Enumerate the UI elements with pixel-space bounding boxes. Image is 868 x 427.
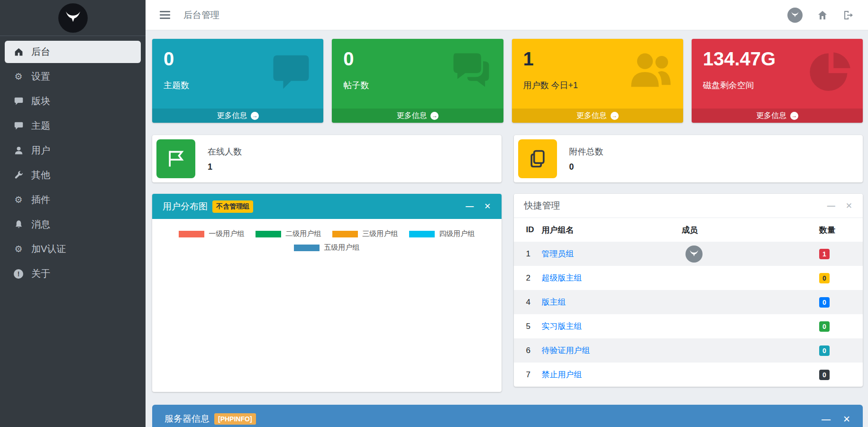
close-icon[interactable]: ✕ — [484, 202, 491, 210]
more-info-label: 更多信息 — [217, 111, 247, 121]
group-link[interactable]: 超级版主组 — [542, 273, 582, 282]
legend-item: 五级用户组 — [294, 243, 359, 252]
legend-label: 五级用户组 — [324, 243, 359, 252]
legend-swatch — [409, 231, 435, 237]
sidebar-item-users[interactable]: 用户 — [5, 139, 141, 162]
sidebar: 后台 ⚙ 设置 版块 主题 用户 其他 ⚙ 插件 消息 — [0, 0, 146, 427]
minimize-icon[interactable]: — — [466, 202, 474, 210]
group-link[interactable]: 管理员组 — [542, 249, 574, 258]
legend-item: 四级用户组 — [409, 229, 475, 238]
main-content: 0 主题数 更多信息 → 0 帖子数 更多信息 → — [146, 30, 868, 427]
legend-item: 三级用户组 — [332, 229, 398, 238]
sidebar-item-dashboard[interactable]: 后台 — [5, 41, 141, 63]
comments-icon — [448, 47, 495, 97]
legend-label: 一级用户组 — [209, 229, 244, 238]
more-info-label: 更多信息 — [396, 111, 427, 121]
info-box-attachments: 附件总数 0 — [514, 135, 863, 182]
user-avatar[interactable] — [787, 8, 803, 23]
sidebar-item-plugins[interactable]: ⚙ 插件 — [5, 189, 141, 211]
arrow-circle-right-icon: → — [611, 112, 619, 120]
count-badge: 0 — [819, 345, 830, 356]
user-icon — [11, 145, 26, 155]
group-id: 1 — [514, 242, 538, 266]
sidebar-item-verify[interactable]: ⚙ 加V认证 — [5, 238, 141, 260]
menu-toggle-icon[interactable] — [160, 9, 170, 21]
group-link[interactable]: 禁止用户组 — [542, 370, 582, 379]
more-info-link[interactable]: 更多信息 → — [152, 109, 323, 123]
bell-icon — [11, 219, 26, 229]
copy-icon — [518, 139, 557, 178]
more-info-link[interactable]: 更多信息 → — [332, 109, 503, 123]
panel-title: 快捷管理 — [524, 200, 560, 212]
group-id: 7 — [514, 363, 538, 387]
minimize-icon[interactable]: — — [822, 415, 831, 424]
info-box-label: 在线人数 — [208, 146, 242, 157]
minimize-icon[interactable]: — — [827, 202, 835, 210]
sidebar-nav: 后台 ⚙ 设置 版块 主题 用户 其他 ⚙ 插件 消息 — [0, 36, 146, 292]
more-info-label: 更多信息 — [576, 111, 607, 121]
sidebar-item-label: 插件 — [31, 193, 50, 206]
brand[interactable] — [0, 0, 146, 36]
quick-manage-header: 快捷管理 — ✕ — [514, 194, 863, 218]
group-id: 4 — [514, 290, 538, 314]
close-icon[interactable]: ✕ — [846, 202, 852, 210]
member-avatar[interactable] — [685, 245, 703, 263]
legend-label: 三级用户组 — [362, 229, 398, 238]
sidebar-item-label: 关于 — [31, 267, 50, 280]
cogs-icon: ⚙ — [11, 244, 26, 254]
col-id: ID — [514, 218, 538, 242]
count-badge: 1 — [819, 249, 830, 259]
top-navbar: 后台管理 — [146, 0, 868, 30]
table-row: 7 禁止用户组 0 — [514, 363, 863, 387]
more-info-link[interactable]: 更多信息 → — [512, 109, 683, 123]
legend-item: 一级用户组 — [179, 229, 244, 238]
sidebar-item-label: 用户 — [31, 144, 50, 157]
table-row: 4 版主组 0 — [514, 290, 863, 314]
info-boxes-row: 在线人数 1 附件总数 0 — [152, 135, 863, 182]
more-info-link[interactable]: 更多信息 → — [692, 109, 863, 123]
sidebar-item-settings[interactable]: ⚙ 设置 — [5, 65, 141, 88]
sidebar-item-label: 后台 — [31, 45, 50, 58]
sidebar-item-forums[interactable]: 版块 — [5, 90, 141, 112]
table-row: 2 超级版主组 0 — [514, 266, 863, 290]
more-info-label: 更多信息 — [756, 111, 786, 121]
group-id: 2 — [514, 266, 538, 290]
logout-icon[interactable] — [842, 9, 854, 21]
arrow-circle-right-icon: → — [251, 112, 259, 120]
info-box-value: 0 — [569, 162, 603, 172]
table-header-row: ID 用户组名 成员 数量 — [514, 218, 863, 242]
legend-swatch — [179, 231, 204, 237]
group-link[interactable]: 待验证用户组 — [542, 346, 590, 355]
col-member: 成员 — [678, 218, 815, 242]
server-info-panel: 服务器信息 [PHPINFO] — ✕ — [152, 405, 863, 427]
legend-item: 二级用户组 — [256, 229, 321, 238]
legend-swatch — [294, 245, 320, 251]
close-icon[interactable]: ✕ — [843, 415, 850, 424]
table-row: 1 管理员组 1 — [514, 242, 863, 266]
table-row: 6 待验证用户组 0 — [514, 338, 863, 363]
sidebar-item-threads[interactable]: 主题 — [5, 115, 141, 137]
col-name: 用户组名 — [538, 218, 678, 242]
stat-card-posts: 0 帖子数 更多信息 → — [332, 39, 503, 123]
legend-label: 二级用户组 — [285, 229, 321, 238]
sidebar-item-about[interactable]: ! 关于 — [5, 263, 141, 285]
sidebar-item-messages[interactable]: 消息 — [5, 213, 141, 236]
count-badge: 0 — [819, 370, 830, 380]
group-link[interactable]: 版主组 — [542, 298, 566, 307]
home-icon — [11, 47, 26, 57]
stat-card-users: 1 用户数 今日+1 更多信息 → — [512, 39, 683, 123]
comment-icon — [11, 96, 26, 106]
stat-card-topics: 0 主题数 更多信息 → — [152, 39, 323, 123]
home-icon[interactable] — [817, 9, 828, 21]
user-distribution-panel: 用户分布图 不含管理组 — ✕ 一级用户组 二级用户组 — [152, 194, 502, 392]
navbar-actions — [787, 8, 854, 23]
panel-title: 用户分布图 — [163, 200, 208, 213]
count-badge: 0 — [819, 297, 830, 308]
cogs-icon: ⚙ — [11, 194, 26, 205]
phpinfo-badge[interactable]: [PHPINFO] — [214, 413, 256, 425]
exclamation-circle-icon: ! — [11, 269, 26, 279]
chart-legend: 一级用户组 二级用户组 三级用户组 四级用户组 — [175, 229, 478, 252]
users-icon — [627, 47, 675, 97]
group-link[interactable]: 实习版主组 — [542, 322, 582, 331]
sidebar-item-other[interactable]: 其他 — [5, 164, 141, 186]
